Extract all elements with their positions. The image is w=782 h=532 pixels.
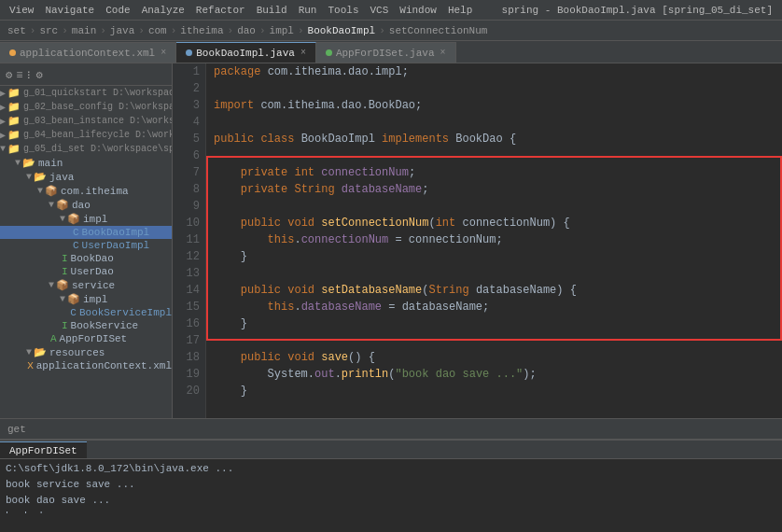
sidebar-item-service[interactable]: ▼ 📦 service bbox=[0, 278, 172, 292]
sidebar-label-UserDao: UserDao bbox=[71, 266, 114, 277]
tab-bookdaoimpl-close[interactable]: × bbox=[300, 48, 306, 58]
sidebar-item-BookDaoImpl[interactable]: C BookDaoImpl bbox=[0, 226, 172, 239]
menu-build[interactable]: Build bbox=[251, 5, 293, 16]
sidebar-item-java[interactable]: ▼ 📂 java bbox=[0, 170, 172, 184]
menu-tools[interactable]: Tools bbox=[322, 5, 364, 16]
sidebar-item-quickstart[interactable]: ▶ 📁 g_01_quickstart D:\workspace\spri bbox=[0, 86, 172, 100]
ln-2: 2 bbox=[173, 80, 200, 97]
sidebar-expand-icon[interactable]: ≡ bbox=[14, 69, 24, 82]
menu-navigate[interactable]: Navigate bbox=[39, 5, 100, 16]
sidebar-item-UserDao[interactable]: I UserDao bbox=[0, 265, 172, 278]
interface-icon-userdao: I bbox=[62, 266, 68, 277]
console-tab-appfordiset[interactable]: AppForDISet bbox=[0, 441, 87, 458]
sidebar-item-AppForDISet[interactable]: A AppForDISet bbox=[0, 332, 172, 345]
sidebar-item-BookServiceImpl[interactable]: C BookServiceImpl bbox=[0, 306, 172, 319]
source-icon: 📂 bbox=[34, 171, 47, 183]
code-line-16: } bbox=[214, 315, 775, 332]
sidebar-collapse-icon[interactable]: ⫶ bbox=[24, 68, 34, 82]
arrow-java: ▼ bbox=[26, 172, 32, 182]
bc-java[interactable]: java bbox=[108, 25, 136, 36]
bc-com[interactable]: com bbox=[147, 25, 169, 36]
arrow-bean-instance: ▶ bbox=[0, 116, 6, 127]
package-icon-service-impl: 📦 bbox=[67, 293, 80, 305]
tab-appcontext[interactable]: applicationContext.xml × bbox=[0, 42, 176, 63]
class-icon-appfordiset: A bbox=[50, 333, 57, 344]
ln-9: 9 bbox=[173, 198, 200, 215]
tab-bookdaoimpl[interactable]: BookDaoImpl.java × bbox=[176, 42, 316, 63]
sidebar-item-bean-lifecycle[interactable]: ▶ 📁 g_04_bean_lifecycle D:\workspace\s bbox=[0, 128, 172, 142]
code-content[interactable]: package com.itheima.dao.impl; import com… bbox=[206, 63, 782, 418]
line-numbers: 1 2 3 4 5 6 7 8 9 ●10 11 12 13 14 15 16 … bbox=[173, 63, 206, 418]
sidebar-item-di-set[interactable]: ▼ 📁 g_05_di_set D:\workspace\spring\s bbox=[0, 142, 172, 156]
sidebar-label-java: java bbox=[49, 172, 74, 183]
sidebar-item-com-itheima[interactable]: ▼ 📦 com.itheima bbox=[0, 184, 172, 198]
console-line-0: C:\soft\jdk1.8.0_172\bin\java.exe ... bbox=[6, 461, 776, 477]
menu-run[interactable]: Run bbox=[293, 5, 323, 16]
sidebar-item-appcontext-xml[interactable]: X applicationContext.xml bbox=[0, 359, 172, 372]
tab-appfordiset-label: AppForDISet.java bbox=[336, 48, 435, 59]
package-icon-service: 📦 bbox=[56, 279, 69, 291]
project-icon5: 📁 bbox=[7, 143, 21, 155]
menu-help[interactable]: Help bbox=[442, 5, 478, 16]
sidebar-item-bean-instance[interactable]: ▶ 📁 g_03_bean_instance D:\workspace\ bbox=[0, 114, 172, 128]
sidebar-item-service-impl[interactable]: ▼ 📦 impl bbox=[0, 292, 172, 306]
menu-vcs[interactable]: VCS bbox=[365, 5, 395, 16]
bc-method[interactable]: setConnectionNum bbox=[387, 25, 490, 36]
ln-1: 1 bbox=[173, 63, 200, 80]
arrow-service-impl: ▼ bbox=[60, 294, 65, 304]
ln-3: 3 bbox=[173, 97, 200, 114]
console-line-2: book dao save ... bbox=[6, 493, 776, 509]
tab-appfordiset-close[interactable]: × bbox=[440, 48, 446, 58]
sidebar-item-UserDaoImpl[interactable]: C UserDaoImpl bbox=[0, 239, 172, 252]
sidebar-label-UserDaoImpl: UserDaoImpl bbox=[82, 240, 150, 251]
bc-impl[interactable]: impl bbox=[268, 25, 296, 36]
sidebar-sync-icon[interactable]: ⚙ bbox=[4, 68, 14, 82]
xml-icon: X bbox=[27, 360, 34, 371]
sidebar-item-base-config[interactable]: ▶ 📁 g_02_base_config D:\workspace\spri bbox=[0, 100, 172, 114]
bc-dao[interactable]: dao bbox=[235, 25, 258, 36]
code-line-10: public void setConnectionNum(int connect… bbox=[214, 215, 775, 231]
sidebar-item-main[interactable]: ▼ 📂 main bbox=[0, 156, 172, 170]
tab-appcontext-close[interactable]: × bbox=[161, 48, 166, 58]
sidebar-label-base-config: g_02_base_config D:\workspace\spri bbox=[23, 102, 172, 112]
menu-view[interactable]: View bbox=[4, 5, 39, 16]
sidebar-item-BookService[interactable]: I BookService bbox=[0, 319, 172, 332]
bc-set[interactable]: set bbox=[6, 25, 28, 36]
console-line-1: book service save ... bbox=[6, 477, 776, 493]
arrow-dao: ▼ bbox=[49, 200, 54, 210]
ln-18: ●18 bbox=[173, 349, 200, 366]
menu-code[interactable]: Code bbox=[100, 5, 135, 16]
arrow-quickstart: ▶ bbox=[0, 88, 6, 99]
console-area: AppForDISet C:\soft\jdk1.8.0_172\bin\jav… bbox=[0, 439, 782, 513]
sidebar-item-impl[interactable]: ▼ 📦 impl bbox=[0, 212, 172, 226]
sidebar-item-resources[interactable]: ▼ 📂 resources bbox=[0, 345, 172, 359]
arrow-main: ▼ bbox=[15, 158, 21, 168]
sidebar-label-di-set: g_05_di_set D:\workspace\spring\s bbox=[23, 144, 172, 154]
menu-window[interactable]: Window bbox=[394, 5, 442, 16]
ln-17: 17 bbox=[173, 332, 200, 349]
code-editor[interactable]: 1 2 3 4 5 6 7 8 9 ●10 11 12 13 14 15 16 … bbox=[173, 63, 782, 418]
tab-appfordiset[interactable]: AppForDISet.java × bbox=[316, 42, 456, 63]
bc-bookdaoimpl[interactable]: BookDaoImpl bbox=[306, 25, 378, 36]
menu-analyze[interactable]: Analyze bbox=[136, 5, 190, 16]
sidebar-label-BookServiceImpl: BookServiceImpl bbox=[79, 307, 172, 318]
code-line-19: System.out.println("book dao save ..."); bbox=[214, 366, 775, 383]
bc-src[interactable]: src bbox=[37, 25, 60, 36]
folder-icon-resources: 📂 bbox=[34, 346, 47, 358]
arrow-base-config: ▶ bbox=[0, 102, 6, 113]
sidebar-settings-icon[interactable]: ⚙ bbox=[34, 68, 44, 82]
sidebar-label-BookDao: BookDao bbox=[71, 253, 114, 264]
sidebar-label-dao: dao bbox=[72, 200, 91, 211]
bc-itheima[interactable]: itheima bbox=[178, 25, 225, 36]
menu-refactor[interactable]: Refactor bbox=[190, 5, 251, 16]
tabs-bar: applicationContext.xml × BookDaoImpl.jav… bbox=[0, 41, 782, 63]
bc-main[interactable]: main bbox=[70, 25, 98, 36]
project-icon: 📁 bbox=[7, 87, 21, 99]
tab-icon-blue bbox=[186, 49, 192, 56]
sidebar-item-BookDao[interactable]: I BookDao bbox=[0, 252, 172, 265]
bottom-bar: get bbox=[0, 418, 782, 439]
project-icon3: 📁 bbox=[7, 115, 21, 127]
tab-icon-green bbox=[326, 49, 332, 56]
sidebar-label-appcontext-xml: applicationContext.xml bbox=[36, 360, 172, 371]
sidebar-item-dao[interactable]: ▼ 📦 dao bbox=[0, 198, 172, 212]
